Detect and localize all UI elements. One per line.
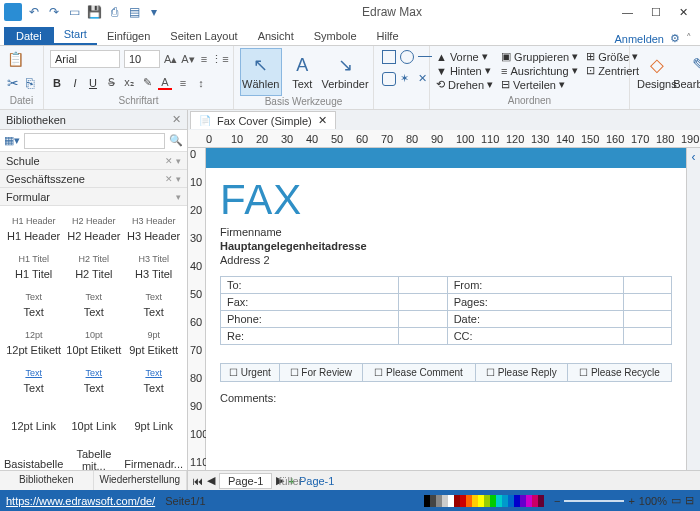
library-item[interactable]: 10pt Link bbox=[65, 400, 122, 434]
library-item[interactable]: Tabelle mit... bbox=[65, 438, 122, 470]
save-icon[interactable]: 💾 bbox=[86, 4, 102, 20]
library-item[interactable]: TextText bbox=[124, 286, 183, 320]
italic-icon[interactable]: I bbox=[68, 76, 82, 90]
library-item[interactable]: 9pt9pt Etikett bbox=[124, 324, 183, 358]
strike-icon[interactable]: S̶ bbox=[104, 76, 118, 90]
canvas[interactable]: FAX Firmenname Hauptangelegenheitadresse… bbox=[206, 148, 686, 470]
minimize-button[interactable]: — bbox=[622, 6, 633, 19]
maximize-button[interactable]: ☐ bbox=[651, 6, 661, 19]
edit-button[interactable]: ✎Bearbeiten bbox=[678, 48, 700, 96]
sidebar-close-icon[interactable]: ✕ bbox=[172, 113, 181, 126]
shape-gallery[interactable]: ✶ ✕ bbox=[380, 48, 423, 88]
connector-tool[interactable]: ↘Verbinder bbox=[323, 48, 367, 96]
tab-insert[interactable]: Einfügen bbox=[97, 27, 160, 45]
file-tab[interactable]: Datei bbox=[4, 27, 54, 45]
new-icon[interactable]: ▭ bbox=[66, 4, 82, 20]
group[interactable]: ▣ Gruppieren ▾ bbox=[501, 50, 578, 63]
fuller-label: füller bbox=[278, 475, 302, 487]
fit-page-icon[interactable]: ▭ bbox=[671, 494, 681, 507]
undo-icon[interactable]: ↶ bbox=[26, 4, 42, 20]
rotate[interactable]: ⟲ Drehen ▾ bbox=[436, 78, 493, 91]
page-nav-first-icon[interactable]: ⏮ bbox=[192, 475, 203, 487]
bring-front[interactable]: ▲ Vorne ▾ bbox=[436, 50, 493, 63]
app-title: Edraw Max bbox=[166, 5, 618, 19]
library-search-input[interactable] bbox=[24, 133, 165, 149]
search-icon[interactable]: 🔍 bbox=[169, 134, 183, 147]
tab-symbols[interactable]: Symbole bbox=[304, 27, 367, 45]
designs-icon: ◇ bbox=[650, 54, 664, 76]
font-select[interactable] bbox=[50, 50, 120, 68]
library-item[interactable]: H2 TitelH2 Titel bbox=[65, 248, 122, 282]
library-item[interactable]: H3 HeaderH3 Header bbox=[124, 210, 183, 244]
grow-font-icon[interactable]: A▴ bbox=[164, 52, 177, 66]
sidebar-foot-lib[interactable]: Bibliotheken bbox=[0, 471, 94, 490]
cursor-icon: ↖ bbox=[253, 54, 268, 76]
send-back[interactable]: ▼ Hinten ▾ bbox=[436, 64, 493, 77]
line-spacing-icon[interactable]: ↕ bbox=[194, 76, 208, 90]
library-item[interactable]: TextText bbox=[124, 362, 183, 396]
distribute[interactable]: ⊟ Verteilen ▾ bbox=[501, 78, 578, 91]
fontcolor-icon[interactable]: A bbox=[158, 76, 172, 90]
shrink-font-icon[interactable]: A▾ bbox=[181, 52, 194, 66]
page-tab-1[interactable]: Page-1 bbox=[219, 473, 272, 489]
size-select[interactable] bbox=[124, 50, 160, 68]
print-icon[interactable]: ⎙ bbox=[106, 4, 122, 20]
redo-icon[interactable]: ↷ bbox=[46, 4, 62, 20]
align[interactable]: ≡ Ausrichtung ▾ bbox=[501, 64, 578, 77]
library-item[interactable]: 12pt12pt Etikett bbox=[4, 324, 63, 358]
login-link[interactable]: Anmelden bbox=[614, 33, 664, 45]
bullets-icon[interactable]: ⋮≡ bbox=[213, 52, 227, 66]
paste-icon[interactable]: 📋 bbox=[6, 50, 24, 68]
designs-button[interactable]: ◇Designs bbox=[636, 48, 678, 96]
zoom-control[interactable]: − + 100% ▭ ⊟ bbox=[554, 494, 694, 507]
status-url[interactable]: https://www.edrawsoft.com/de/ bbox=[6, 495, 155, 507]
right-collapse-icon[interactable]: ‹ bbox=[686, 148, 700, 470]
sidebar-cat-school[interactable]: Schule✕ ▾ bbox=[0, 152, 187, 170]
highlight-icon[interactable]: ✎ bbox=[140, 76, 154, 90]
underline-icon[interactable]: U bbox=[86, 76, 100, 90]
color-palette[interactable] bbox=[424, 495, 544, 507]
library-item[interactable]: TextText bbox=[65, 286, 122, 320]
library-menu-icon[interactable]: ▦▾ bbox=[4, 134, 20, 147]
tab-start[interactable]: Start bbox=[54, 25, 97, 45]
text-tool[interactable]: AText bbox=[282, 48, 324, 96]
tab-help[interactable]: Hilfe bbox=[367, 27, 409, 45]
settings-icon[interactable]: ⚙ bbox=[670, 32, 680, 45]
library-item[interactable]: TextText bbox=[4, 362, 63, 396]
qat-dropdown-icon[interactable]: ▾ bbox=[146, 4, 162, 20]
copy-icon[interactable]: ⎘ bbox=[24, 74, 38, 92]
export-icon[interactable]: ▤ bbox=[126, 4, 142, 20]
bold-icon[interactable]: B bbox=[50, 76, 64, 90]
library-item[interactable]: H1 HeaderH1 Header bbox=[4, 210, 63, 244]
fit-width-icon[interactable]: ⊟ bbox=[685, 494, 694, 507]
tab-layout[interactable]: Seiten Layout bbox=[160, 27, 247, 45]
library-item[interactable]: Firmenadr... bbox=[124, 438, 183, 470]
align-center-icon[interactable]: ≡ bbox=[176, 76, 190, 90]
zoom-out-icon[interactable]: − bbox=[554, 495, 560, 507]
library-item[interactable]: 9pt Link bbox=[124, 400, 183, 434]
subscript-icon[interactable]: x₂ bbox=[122, 76, 136, 90]
tab-close-icon[interactable]: ✕ bbox=[318, 114, 327, 127]
fax-company: Firmenname bbox=[220, 226, 672, 238]
close-button[interactable]: ✕ bbox=[679, 6, 688, 19]
library-item[interactable]: TextText bbox=[65, 362, 122, 396]
sidebar-foot-restore[interactable]: Wiederherstellung bbox=[94, 471, 188, 490]
select-tool[interactable]: ↖Wählen bbox=[240, 48, 282, 96]
library-item[interactable]: H1 TitelH1 Titel bbox=[4, 248, 63, 282]
zoom-in-icon[interactable]: + bbox=[628, 495, 634, 507]
status-bar: https://www.edrawsoft.com/de/ Seite1/1 −… bbox=[0, 490, 700, 511]
align-left-icon[interactable]: ≡ bbox=[199, 52, 209, 66]
sidebar-cat-form[interactable]: Formular▾ bbox=[0, 188, 187, 206]
sidebar-cat-business[interactable]: Geschäftsszene✕ ▾ bbox=[0, 170, 187, 188]
tab-view[interactable]: Ansicht bbox=[248, 27, 304, 45]
library-item[interactable]: Basistabelle bbox=[4, 438, 63, 470]
page-nav-prev-icon[interactable]: ◀ bbox=[207, 474, 215, 487]
library-item[interactable]: 12pt Link bbox=[4, 400, 63, 434]
collapse-ribbon-icon[interactable]: ˄ bbox=[686, 32, 692, 45]
library-item[interactable]: H3 TitelH3 Titel bbox=[124, 248, 183, 282]
library-item[interactable]: H2 HeaderH2 Header bbox=[65, 210, 122, 244]
doc-tab-fax[interactable]: 📄 Fax Cover (Simple) ✕ bbox=[190, 111, 336, 129]
cut-icon[interactable]: ✂ bbox=[6, 74, 20, 92]
library-item[interactable]: TextText bbox=[4, 286, 63, 320]
library-item[interactable]: 10pt10pt Etikett bbox=[65, 324, 122, 358]
